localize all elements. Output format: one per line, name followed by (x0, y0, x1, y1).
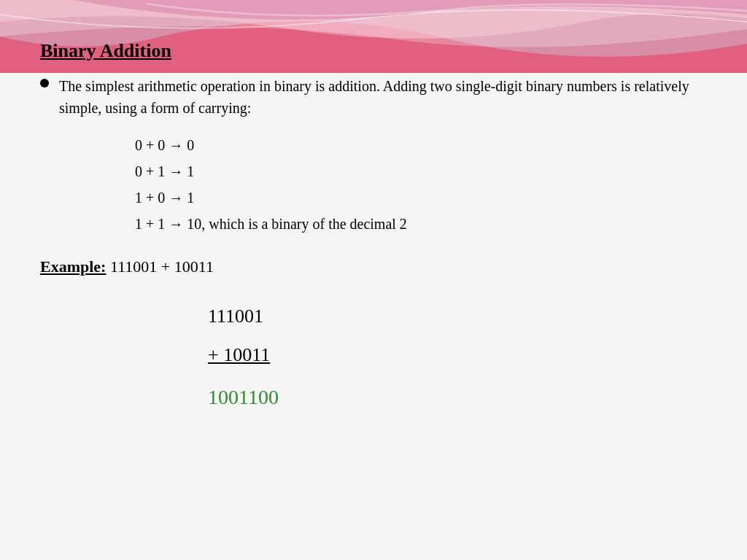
slide-title: Binary Addition (40, 40, 707, 62)
op-line-4: 1 + 1 → 10, which is a binary of the dec… (135, 211, 707, 237)
bullet-dot (40, 79, 49, 88)
calc-line2: + 10011 (208, 337, 707, 373)
op-line-1: 0 + 0 → 0 (135, 132, 707, 158)
bullet-text: The simplest arithmetic operation in bin… (59, 75, 707, 119)
example-bold: Example: (40, 257, 106, 276)
slide-content: Binary Addition The simplest arithmetic … (0, 0, 747, 438)
calc-result: 1001100 (208, 378, 707, 416)
op-line-3: 1 + 0 → 1 (135, 184, 707, 211)
bullet-item: The simplest arithmetic operation in bin… (40, 75, 707, 119)
example-section: Example: 111001 + 10011 (40, 257, 707, 276)
operations-block: 0 + 0 → 0 0 + 1 → 1 1 + 0 → 1 1 + 1 → 10… (135, 132, 707, 237)
slide: Binary Addition The simplest arithmetic … (0, 0, 747, 560)
calc-line1: 111001 (208, 298, 707, 334)
calculation-block: 111001 + 10011 1001100 (208, 298, 707, 416)
example-rest: 111001 + 10011 (106, 257, 213, 276)
op-line-2: 0 + 1 → 1 (135, 158, 707, 184)
example-label: Example: 111001 + 10011 (40, 257, 707, 276)
bullet-section: The simplest arithmetic operation in bin… (40, 75, 707, 119)
